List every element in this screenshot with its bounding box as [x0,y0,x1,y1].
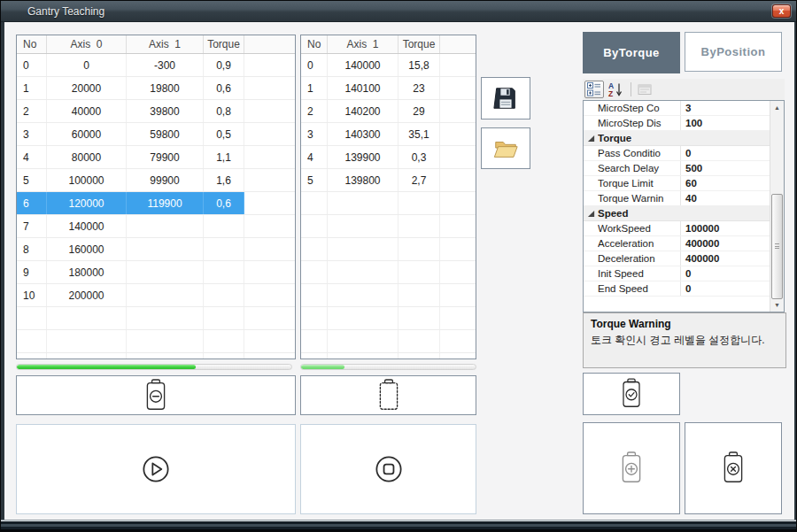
table-row[interactable]: 61200001199000,6 [17,192,295,215]
property-item[interactable]: Pass Conditio0 [584,146,770,161]
scroll-up-icon[interactable]: ▲ [770,101,784,114]
table-cell[interactable]: 0,8 [204,100,244,122]
table-cell[interactable]: 140300 [328,123,398,145]
table-cell[interactable]: 0,9 [204,54,244,76]
property-value[interactable]: 400000 [681,251,770,266]
property-value[interactable]: 400000 [681,236,770,251]
table-cell[interactable]: 29 [398,100,440,122]
table-cell[interactable] [127,238,204,260]
table-cell[interactable]: 200000 [47,284,127,306]
table-row[interactable]: 8160000 [17,238,295,261]
tab-by-torque[interactable]: ByTorque [583,32,680,73]
table-cell[interactable]: 6 [17,192,47,214]
tab-by-position[interactable]: ByPosition [685,32,782,72]
table-row[interactable]: 480000799001,1 [17,146,295,169]
property-value[interactable]: 100000 [681,221,770,235]
table-cell[interactable]: 0,5 [204,123,244,145]
table-cell[interactable] [127,261,204,283]
table-cell[interactable]: 80000 [47,146,127,168]
table-cell[interactable]: 1,6 [204,169,244,191]
table-cell[interactable]: 160000 [47,238,127,260]
table-cell[interactable]: 0 [301,54,328,76]
remove-point-button[interactable] [16,375,296,415]
table-cell[interactable]: 3 [17,123,47,145]
table-cell[interactable]: 1,1 [204,146,244,168]
table-cell[interactable]: 2 [301,100,328,122]
table-cell[interactable] [204,284,244,306]
scrollbar-thumb[interactable] [771,194,783,299]
table-cell[interactable]: 1 [301,77,328,99]
property-item[interactable]: Acceleration400000 [584,236,770,251]
table-cell[interactable]: 0,6 [204,192,244,214]
category-expand-icon[interactable] [584,131,598,145]
table-cell[interactable]: 139800 [328,169,398,191]
property-category[interactable]: Torque [584,131,770,146]
table-row[interactable]: 120000198000,6 [17,77,295,100]
table-row[interactable]: 7140000 [17,215,295,238]
property-value[interactable]: 100 [681,116,770,130]
table-cell[interactable]: 60000 [47,123,127,145]
property-item[interactable]: Torque Warnin40 [584,191,770,206]
table-cell[interactable]: 5 [17,169,47,191]
property-item[interactable]: MicroStep Co3 [584,101,770,116]
table-cell[interactable]: 8 [17,238,47,260]
table-cell[interactable]: 10 [17,284,47,306]
add-point-button[interactable] [583,422,680,514]
property-value[interactable]: 500 [681,161,770,175]
table-cell[interactable]: 0,3 [398,146,440,168]
table-cell[interactable] [204,238,244,260]
table-cell[interactable] [204,261,244,283]
property-category[interactable]: Speed [584,206,770,221]
alphabetical-sort-icon[interactable]: A Z [606,81,625,98]
property-item[interactable]: MicroStep Dis100 [584,116,770,131]
property-value[interactable]: 0 [681,266,770,281]
property-item[interactable]: Deceleration400000 [584,251,770,266]
table-cell[interactable]: 4 [301,146,328,168]
table-row[interactable]: 00-3000,9 [17,54,295,77]
table-row[interactable]: 314030035,1 [301,123,476,146]
categorized-view-icon[interactable] [584,81,604,98]
table-cell[interactable] [127,215,204,237]
table-cell[interactable]: 40000 [47,100,127,122]
table-row[interactable]: 114010023 [301,77,476,100]
property-item[interactable]: End Speed0 [584,281,770,297]
table-cell[interactable]: -300 [127,54,204,76]
table-row[interactable]: 51398002,7 [301,169,476,192]
table-cell[interactable]: 140100 [328,77,398,99]
property-grid-scrollbar[interactable]: ▲ ▼ [770,101,784,312]
title-bar[interactable]: Gantry Teaching x [1,1,796,22]
table-cell[interactable]: 3 [301,123,328,145]
table-cell[interactable]: 0 [17,54,47,76]
table-cell[interactable]: 1 [17,77,47,99]
table-cell[interactable]: 2 [17,100,47,122]
table-cell[interactable]: 23 [398,77,440,99]
table-cell[interactable]: 5 [301,169,328,191]
table-cell[interactable]: 2,7 [398,169,440,191]
table-row[interactable]: 360000598000,5 [17,123,295,146]
property-value[interactable]: 40 [681,191,770,205]
category-expand-icon[interactable] [584,206,598,220]
table-cell[interactable]: 59800 [127,123,204,145]
table-cell[interactable]: 19800 [127,77,204,99]
table-cell[interactable]: 35,1 [398,123,440,145]
table-cell[interactable]: 180000 [47,261,127,283]
table-cell[interactable]: 39800 [127,100,204,122]
property-value[interactable]: 3 [681,101,770,115]
table-cell[interactable]: 0 [47,54,127,76]
table-cell[interactable]: 99900 [127,169,204,191]
table-cell[interactable]: 139900 [328,146,398,168]
load-button[interactable] [481,127,530,169]
stop-button[interactable] [300,424,476,514]
scroll-down-icon[interactable]: ▼ [770,298,784,312]
table-row[interactable]: 214020029 [301,100,476,123]
run-button[interactable] [16,424,296,514]
property-value[interactable]: 0 [681,146,770,160]
property-item[interactable]: Init Speed0 [584,266,770,281]
property-value[interactable]: 0 [681,281,770,296]
table-cell[interactable]: 119900 [127,192,204,214]
property-value[interactable]: 60 [681,176,770,190]
table-row[interactable]: 014000015,8 [301,54,476,77]
property-item[interactable]: WorkSpeed100000 [584,221,770,236]
clear-list-button[interactable] [300,375,476,415]
property-item[interactable]: Torque Limit60 [584,176,770,191]
